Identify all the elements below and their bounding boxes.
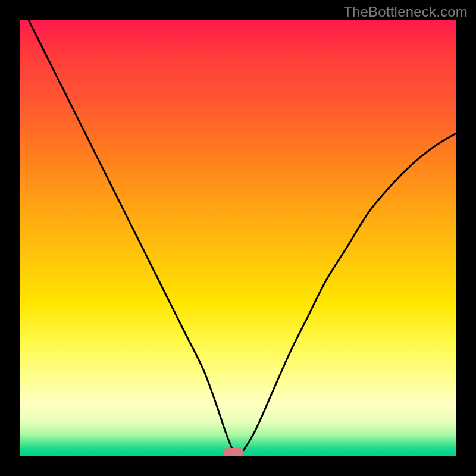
watermark-text: TheBottleneck.com (343, 4, 468, 20)
bottleneck-curve (20, 20, 456, 456)
chart-frame: TheBottleneck.com (0, 0, 476, 476)
plot-area (20, 20, 456, 456)
optimal-marker (224, 448, 244, 456)
